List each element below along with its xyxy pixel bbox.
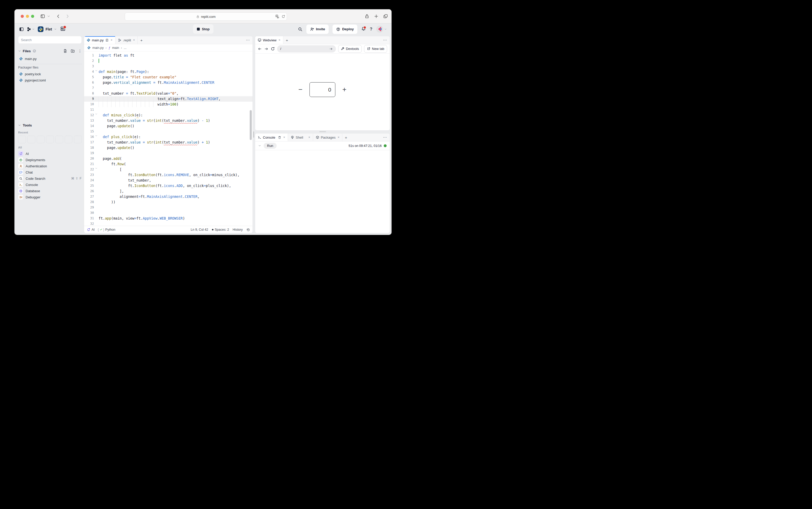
code-line[interactable]: 29 — [84, 205, 253, 210]
toggle-sidebar-icon[interactable] — [19, 27, 24, 32]
back-icon[interactable] — [56, 14, 61, 19]
code-line[interactable]: 20 page.add( — [84, 156, 253, 161]
webview-menu-icon[interactable]: ⋯ — [383, 36, 387, 44]
notifications-button[interactable] — [361, 26, 366, 32]
webview-back-icon[interactable] — [258, 47, 262, 51]
code-line[interactable]: 16 def plus_click(e): — [84, 134, 253, 140]
code-line[interactable]: 10 width=100) — [84, 102, 253, 107]
search-icon[interactable] — [298, 27, 302, 32]
code-line[interactable]: 7 — [84, 86, 253, 91]
files-menu-icon[interactable]: ⋮ — [78, 49, 82, 53]
close-tab-icon[interactable]: × — [279, 38, 281, 42]
file-item-pyproject-toml[interactable]: pyproject.toml — [18, 77, 82, 83]
close-tab-icon[interactable]: × — [338, 136, 339, 139]
sidebar-item-chat[interactable]: Chat — [18, 169, 82, 175]
webview-forward-icon[interactable] — [264, 47, 268, 51]
translate-icon[interactable] — [275, 14, 280, 19]
ai-status[interactable]: AI — [87, 228, 95, 232]
code-line[interactable]: 28 )) — [84, 199, 253, 205]
code-line[interactable]: 5 page.title = "Flet counter example" — [84, 74, 253, 80]
breadcrumb[interactable]: main.py › ƒ main › ... — [84, 44, 253, 52]
chevron-down-icon[interactable] — [47, 14, 50, 19]
code-line[interactable]: 19 — [84, 150, 253, 156]
code-line[interactable]: 25 ft.IconButton(ft.icons.ADD, on_click=… — [84, 183, 253, 189]
stop-button[interactable]: Stop — [193, 24, 214, 34]
code-line[interactable]: 26 ], — [84, 189, 253, 194]
invite-button[interactable]: Invite — [306, 25, 329, 34]
zoom-window-button[interactable] — [31, 15, 34, 18]
row-resize-handle[interactable] — [319, 131, 326, 132]
code-line[interactable]: 3 — [84, 64, 253, 69]
new-editor-tab-icon[interactable]: + — [138, 36, 145, 44]
code-line[interactable]: 31ft.app(main, view=ft.AppView.WEB_BROWS… — [84, 216, 253, 221]
sidebar-item-console[interactable]: Console — [18, 181, 82, 188]
code-line[interactable]: 23 ft.IconButton(ft.icons.REMOVE, on_cli… — [84, 172, 253, 178]
help-button[interactable]: ? — [370, 27, 372, 32]
code-line[interactable]: 18 page.update() — [84, 145, 253, 150]
close-window-button[interactable] — [21, 15, 24, 18]
fold-chevron-icon[interactable] — [95, 135, 98, 137]
code-line[interactable]: 22 [ — [84, 167, 253, 172]
editor-tab-menu-icon[interactable]: ⋯ — [246, 36, 250, 44]
run-label[interactable]: Run — [264, 143, 277, 149]
code-line[interactable]: 15 — [84, 129, 253, 134]
new-webview-tab-icon[interactable]: + — [283, 36, 291, 44]
file-item-poetry-lock[interactable]: poetry.lock — [18, 71, 82, 77]
trash-icon[interactable] — [278, 136, 281, 139]
reload-icon[interactable] — [282, 15, 285, 19]
new-file-icon[interactable] — [63, 49, 67, 53]
open-new-tab-button[interactable]: New tab — [364, 45, 387, 53]
account-menu[interactable] — [376, 26, 387, 33]
code-line[interactable]: 11 — [84, 107, 253, 112]
deploy-button[interactable]: Deploy — [332, 25, 357, 34]
code-line[interactable]: 4def main(page: ft.Page): — [84, 69, 253, 74]
counter-plus-button[interactable]: + — [342, 86, 347, 94]
code-line[interactable]: 12 def minus_click(e): — [84, 112, 253, 118]
code-line[interactable]: 27 alignment=ft.MainAxisAlignment.CENTER… — [84, 194, 253, 199]
counter-textfield[interactable]: 0 — [310, 82, 335, 97]
code-line[interactable]: 13 txt_number.value = str(int(txt_number… — [84, 118, 253, 123]
files-section-header[interactable]: Files ⋮ — [18, 48, 82, 54]
traffic-lights[interactable] — [21, 15, 34, 18]
close-tab-icon[interactable]: × — [111, 38, 112, 42]
tab-overview-icon[interactable] — [383, 14, 388, 19]
counter-minus-button[interactable]: − — [298, 86, 302, 94]
history-button[interactable]: History — [233, 228, 243, 232]
code-area[interactable]: 1import flet as ft234def main(page: ft.P… — [84, 51, 253, 226]
new-tab-icon[interactable] — [374, 14, 379, 19]
close-tab-icon[interactable]: × — [308, 136, 310, 139]
code-line[interactable]: 24 txt_number, — [84, 178, 253, 183]
code-line[interactable]: 2 — [84, 58, 253, 64]
code-line[interactable]: 30 — [84, 210, 253, 216]
replit-home-button[interactable] — [27, 27, 35, 31]
fold-chevron-icon[interactable] — [95, 113, 98, 115]
code-line[interactable]: 1import flet as ft — [84, 53, 253, 58]
code-line[interactable]: 17 txt_number.value = str(int(txt_number… — [84, 140, 253, 145]
code-line[interactable]: 32 — [84, 221, 253, 226]
editor-scrollbar[interactable] — [250, 110, 252, 140]
search-input[interactable]: Search — [18, 36, 82, 44]
code-line[interactable]: 14 page.update() — [84, 123, 253, 129]
column-resize-handle[interactable] — [253, 131, 254, 138]
minimize-window-button[interactable] — [26, 15, 29, 18]
chevron-down-icon[interactable] — [258, 144, 261, 147]
sidebar-item-deployments[interactable]: Deployments — [18, 157, 82, 163]
project-menu[interactable]: Flet — [38, 26, 57, 32]
tab-main-py[interactable]: main.py × — [84, 36, 116, 44]
indentation-status[interactable]: Spaces: 2 — [212, 228, 229, 232]
sidebar-item-code-search[interactable]: Code Search⌘ ⇧ F — [18, 175, 82, 181]
history-icon[interactable] — [246, 228, 250, 232]
code-line[interactable]: 21 ft.Row( — [84, 161, 253, 167]
code-line[interactable]: 9 text_align=ft.TextAlign.RIGHT, — [84, 96, 253, 102]
address-bar[interactable]: replit.com — [125, 12, 287, 21]
close-tab-icon[interactable]: × — [133, 38, 135, 42]
webview-reload-icon[interactable] — [271, 47, 275, 51]
console-menu-icon[interactable]: ⋯ — [383, 133, 387, 141]
sidebar-item-ai[interactable]: AI — [18, 150, 82, 157]
share-icon[interactable] — [365, 14, 369, 19]
fold-chevron-icon[interactable] — [95, 69, 98, 72]
language-status[interactable]: { } Python — [98, 228, 116, 232]
sidebar-item-authentication[interactable]: Authentication — [18, 163, 82, 169]
code-line[interactable]: 6 page.vertical_alignment = ft.MainAxisA… — [84, 80, 253, 86]
forward-icon[interactable] — [65, 14, 70, 19]
